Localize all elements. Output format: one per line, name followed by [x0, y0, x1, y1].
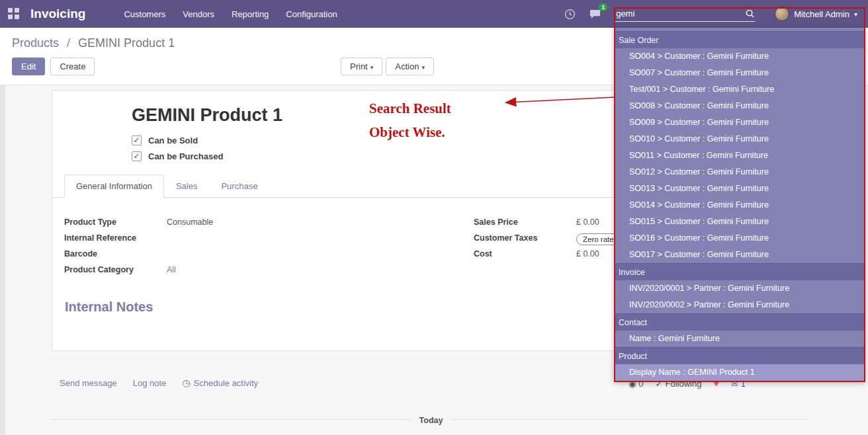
print-button[interactable]: Print▾ — [341, 58, 382, 75]
tab-general-information[interactable]: General Information — [64, 175, 164, 198]
schedule-activity-button[interactable]: ◷ Schedule activity — [182, 377, 258, 388]
field-row: Barcode — [64, 249, 342, 261]
menu-item-vendors[interactable]: Vendors — [183, 9, 214, 19]
checkbox[interactable]: ✓ — [132, 151, 142, 161]
user-name: Mitchell Admin — [794, 9, 849, 19]
field-value: £ 0.00 — [576, 218, 599, 227]
navbar-search — [615, 6, 755, 22]
edit-button[interactable]: Edit — [12, 58, 45, 75]
menu-item-customers[interactable]: Customers — [124, 9, 165, 19]
action-button[interactable]: Action▾ — [386, 58, 434, 75]
send-message-button[interactable]: Send message — [60, 378, 117, 388]
dropdown-result-item[interactable]: SO016 > Customer : Gemini Furniture — [614, 230, 865, 247]
today-label: Today — [412, 416, 451, 425]
dropdown-result-item[interactable]: SO013 > Customer : Gemini Furniture — [614, 180, 865, 197]
field-row: Product TypeConsumable — [64, 218, 342, 229]
checkbox-row: ✓Can be Purchased — [132, 151, 223, 161]
annotation-line-1: Search Result — [369, 97, 451, 120]
schedule-activity-label: Schedule activity — [194, 378, 259, 388]
top-navbar: Invoicing CustomersVendorsReportingConfi… — [0, 0, 868, 28]
dropdown-result-item[interactable]: Display Name : GEMINI Product 1 — [614, 364, 865, 381]
dropdown-section-header: Sale Order — [614, 31, 865, 48]
dropdown-section-header: Invoice — [614, 263, 865, 280]
field-label: Barcode — [64, 249, 157, 258]
field-columns: Product TypeConsumableInternal Reference… — [64, 218, 692, 281]
dropdown-result-item[interactable]: SO012 > Customer : Gemini Furniture — [614, 164, 865, 180]
dropdown-result-item[interactable]: SO004 > Customer : Gemini Furniture — [614, 48, 865, 65]
annotation-line-2: Object Wise. — [369, 120, 451, 144]
search-icon[interactable] — [745, 9, 755, 19]
avatar — [775, 7, 789, 21]
print-button-label: Print — [350, 61, 368, 71]
dropdown-result-item[interactable]: Name : Gemini Furniture — [614, 331, 865, 347]
dropdown-section-header: Contact — [614, 313, 865, 331]
annotation-text: Search Result Object Wise. — [369, 97, 451, 144]
apps-grid-icon[interactable] — [8, 8, 20, 20]
dropdown-result-item[interactable]: SO011 > Customer : Gemini Furniture — [614, 147, 865, 164]
action-button-label: Action — [395, 61, 419, 71]
dropdown-result-item[interactable]: INV/2020/0002 > Partner : Gemini Furnitu… — [614, 297, 865, 313]
internal-notes-heading: Internal Notes — [65, 299, 153, 315]
dropdown-result-item[interactable]: SO009 > Customer : Gemini Furniture — [614, 114, 865, 131]
activity-clock-icon[interactable] — [564, 9, 576, 20]
dropdown-result-item[interactable]: SO008 > Customer : Gemini Furniture — [614, 98, 865, 114]
dropdown-result-item[interactable]: SO014 > Customer : Gemini Furniture — [614, 197, 865, 214]
checkbox-row: ✓Can be Sold — [132, 136, 223, 145]
search-results-dropdown: Sale OrderSO004 > Customer : Gemini Furn… — [614, 28, 865, 382]
breadcrumb-current: GEMINI Product 1 — [78, 36, 175, 50]
top-menu: CustomersVendorsReportingConfiguration — [124, 9, 354, 19]
field-label: Internal Reference — [64, 233, 157, 243]
menu-item-configuration[interactable]: Configuration — [286, 9, 337, 19]
message-count-badge: 1 — [599, 3, 607, 11]
field-label: Sales Price — [474, 218, 566, 227]
breadcrumb-separator: / — [67, 36, 70, 50]
chevron-down-icon: ▾ — [421, 64, 425, 71]
field-label: Product Category — [64, 265, 157, 274]
field-row: Internal Reference — [64, 233, 342, 245]
app-name[interactable]: Invoicing — [30, 7, 85, 21]
product-title: GEMINI Product 1 — [132, 105, 282, 126]
annotation-arrow-icon — [498, 93, 618, 108]
messages-icon[interactable]: 1 — [589, 9, 601, 20]
dropdown-result-item[interactable]: INV/2020/0001 > Partner : Gemini Furnitu… — [614, 280, 865, 297]
checkbox[interactable]: ✓ — [132, 136, 142, 145]
field-label: Cost — [474, 249, 566, 258]
search-input[interactable] — [615, 6, 745, 21]
checkbox-group: ✓Can be Sold✓Can be Purchased — [132, 136, 223, 167]
tab-purchase[interactable]: Purchase — [209, 175, 269, 198]
field-value: £ 0.00 — [576, 249, 599, 258]
left-field-group: Product TypeConsumableInternal Reference… — [64, 218, 342, 281]
checkbox-label: Can be Sold — [148, 136, 198, 145]
clock-icon: ◷ — [182, 377, 190, 388]
user-menu[interactable]: Mitchell Admin ▾ — [775, 7, 857, 21]
page: Invoicing CustomersVendorsReportingConfi… — [0, 0, 868, 435]
dropdown-result-item[interactable]: SO010 > Customer : Gemini Furniture — [614, 131, 865, 147]
dropdown-result-item[interactable]: SO017 > Customer : Gemini Furniture — [614, 247, 865, 263]
field-label: Customer Taxes — [474, 233, 566, 243]
create-button[interactable]: Create — [50, 58, 95, 75]
field-value[interactable]: All — [167, 265, 176, 274]
field-value: Consumable — [167, 218, 213, 227]
checkbox-label: Can be Purchased — [148, 151, 223, 161]
tab-sales[interactable]: Sales — [164, 175, 210, 198]
dropdown-result-item[interactable]: SO007 > Customer : Gemini Furniture — [614, 65, 865, 81]
menu-item-reporting[interactable]: Reporting — [232, 9, 269, 19]
log-note-button[interactable]: Log note — [133, 378, 167, 388]
chevron-down-icon: ▾ — [854, 11, 857, 18]
today-divider: Today — [52, 419, 810, 432]
dropdown-section-header: Product — [614, 347, 865, 364]
breadcrumb-products-link[interactable]: Products — [12, 36, 59, 50]
field-label: Product Type — [64, 218, 157, 227]
chevron-down-icon: ▾ — [370, 64, 374, 71]
field-row: Product CategoryAll — [64, 265, 342, 277]
left-gutter — [0, 85, 5, 435]
dropdown-result-item[interactable]: SO015 > Customer : Gemini Furniture — [614, 214, 865, 230]
dropdown-result-item[interactable]: Test/001 > Customer : Gemini Furniture — [614, 81, 865, 98]
chatter-toolbar: Send message Log note ◷ Schedule activit… — [60, 377, 258, 388]
